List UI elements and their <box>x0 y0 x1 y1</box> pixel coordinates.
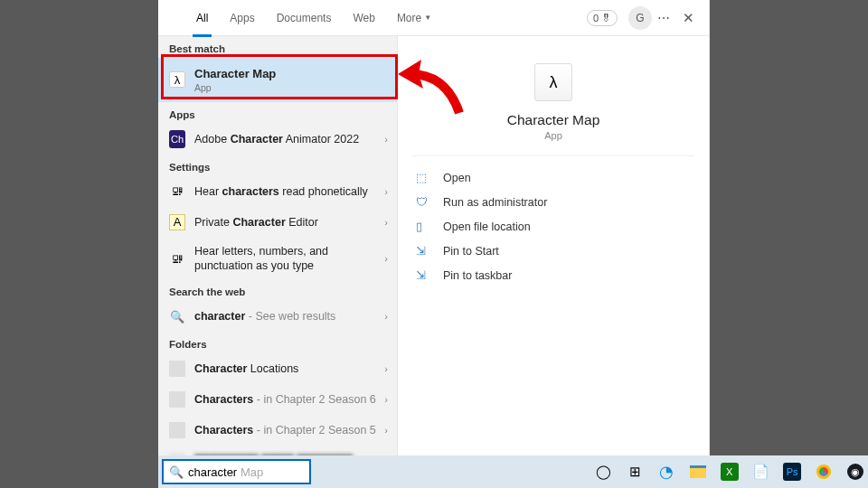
preview-type: App <box>412 130 694 141</box>
shield-icon: 🛡 <box>416 195 432 209</box>
rewards-pill[interactable]: 0🎖 <box>587 10 618 26</box>
folder-icon: ▯ <box>416 220 432 233</box>
section-web: Search the web <box>158 279 397 301</box>
folder-icon <box>169 361 185 377</box>
cortana-icon[interactable]: ⊞ <box>622 458 648 485</box>
preview-pane: λ Character Map App ⬚Open 🛡Run as admini… <box>398 36 709 488</box>
action-run-admin[interactable]: 🛡Run as administrator <box>416 190 691 214</box>
setting-private-character-editor[interactable]: A Private Character Editor › <box>158 207 397 238</box>
steam-icon[interactable]: ◉ <box>842 458 868 485</box>
chevron-right-icon: › <box>384 425 388 436</box>
explorer-icon[interactable] <box>685 458 712 485</box>
chevron-right-icon: › <box>384 217 388 228</box>
results-list: Best match λ Character Map App Apps Ch A… <box>158 36 398 488</box>
chevron-right-icon: › <box>384 186 388 197</box>
user-avatar[interactable]: G <box>628 6 652 30</box>
chevron-right-icon: › <box>384 394 388 405</box>
tab-web[interactable]: Web <box>342 0 385 36</box>
search-suggestion-ghost: Map <box>241 465 263 479</box>
setting-hear-characters[interactable]: 🖳 Hear characters read phonetically › <box>158 176 397 207</box>
setting-hear-letters[interactable]: 🖳 Hear letters, numbers, and punctuation… <box>158 238 397 280</box>
edge-icon[interactable]: ◔ <box>654 458 680 485</box>
pin-icon: ⇲ <box>416 268 432 282</box>
notepad-icon[interactable]: 📄 <box>748 458 774 485</box>
medal-icon: 🎖 <box>601 13 611 23</box>
photoshop-icon[interactable]: Ps <box>779 458 806 485</box>
chrome-icon[interactable] <box>811 458 837 485</box>
action-open-location[interactable]: ▯Open file location <box>416 214 691 239</box>
best-match-item[interactable]: λ Character Map App <box>158 58 397 102</box>
web-result-character[interactable]: 🔍 character - See web results › <box>158 301 397 332</box>
xbox-icon[interactable]: X <box>716 458 742 485</box>
folder-characters-s5[interactable]: Characters - in Chapter 2 Season 5 › <box>158 415 397 446</box>
pin-icon: ⇲ <box>416 244 432 258</box>
action-open[interactable]: ⬚Open <box>416 165 691 190</box>
tab-all[interactable]: All <box>185 0 219 36</box>
section-apps: Apps <box>158 102 397 124</box>
close-button[interactable]: ✕ <box>677 10 700 26</box>
action-pin-start[interactable]: ⇲Pin to Start <box>416 239 691 263</box>
narrator-icon: 🖳 <box>169 183 185 200</box>
section-folders: Folders <box>158 332 397 353</box>
search-panel: All Apps Documents Web More ▼ 0🎖 G ⋯ ✕ B… <box>158 0 710 488</box>
app-adobe-character[interactable]: Ch Adobe Character Animator 2022 › <box>158 124 397 155</box>
charmap-icon: λ <box>169 71 185 88</box>
folder-characters-s6[interactable]: Characters - in Chapter 2 Season 6 › <box>158 384 397 415</box>
search-icon: 🔍 <box>169 308 185 324</box>
search-icon: 🔍 <box>169 465 184 479</box>
preview-app-icon: λ <box>534 63 572 101</box>
chevron-right-icon: › <box>384 134 388 145</box>
tab-more[interactable]: More ▼ <box>386 0 442 36</box>
adobe-icon: Ch <box>169 131 185 147</box>
folder-character-locations[interactable]: Character Locations › <box>158 353 397 384</box>
task-view-icon[interactable]: ◯ <box>590 458 617 485</box>
open-icon: ⬚ <box>416 171 432 184</box>
more-options[interactable]: ⋯ <box>657 11 672 25</box>
action-list: ⬚Open 🛡Run as administrator ▯Open file l… <box>398 156 709 296</box>
chevron-right-icon: › <box>384 363 388 374</box>
action-pin-taskbar[interactable]: ⇲Pin to taskbar <box>416 263 691 287</box>
folder-icon <box>169 422 185 438</box>
chevron-right-icon: › <box>384 253 388 264</box>
chevron-right-icon: › <box>384 311 388 322</box>
section-settings: Settings <box>158 155 397 176</box>
preview-title: Character Map <box>412 112 694 128</box>
narrator-icon: 🖳 <box>169 250 185 267</box>
pce-icon: A <box>169 214 185 230</box>
tab-apps[interactable]: Apps <box>219 0 265 36</box>
tab-documents[interactable]: Documents <box>266 0 343 36</box>
taskbar: 🔍 Map ◯ ⊞ ◔ X 📄 Ps ◉ <box>158 455 868 488</box>
tab-bar: All Apps Documents Web More ▼ 0🎖 G ⋯ ✕ <box>158 0 709 36</box>
folder-icon <box>169 391 185 408</box>
section-best-match: Best match <box>158 36 397 58</box>
taskbar-search-box[interactable]: 🔍 Map <box>162 459 311 484</box>
